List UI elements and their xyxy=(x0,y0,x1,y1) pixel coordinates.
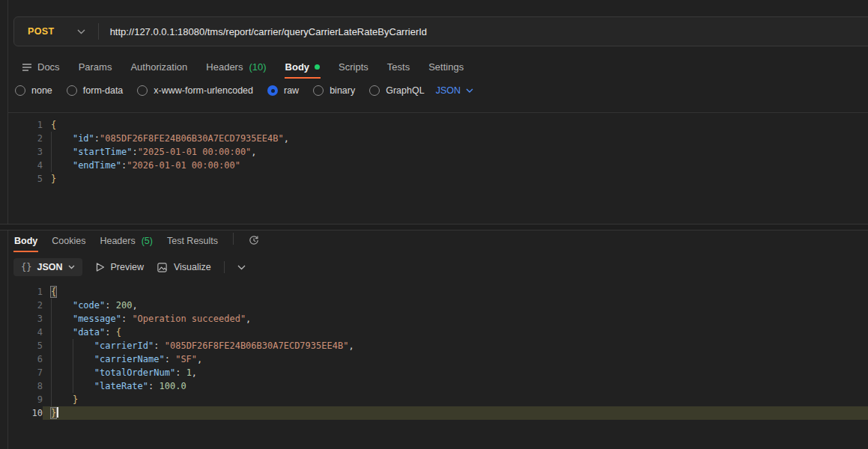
radio-none[interactable]: none xyxy=(15,85,52,96)
response-toolbar: {} JSON Preview Visualize xyxy=(13,258,246,276)
line-number: 3 xyxy=(8,145,43,159)
tab-label: Authorization xyxy=(130,61,187,73)
code-line: 5 "carrierId": "085DF26F8FE24B06B30A7ECD… xyxy=(8,339,868,352)
api-client-window: POST http://127.0.0.1:18080/tms/report/c… xyxy=(0,0,868,449)
tab-label: Params xyxy=(79,61,112,73)
radio-icon xyxy=(67,85,77,96)
radio-label: x-www-form-urlencoded xyxy=(154,85,253,96)
text-cursor xyxy=(57,407,58,418)
tab-label: Settings xyxy=(428,61,464,73)
code-line: 9 } xyxy=(8,393,868,406)
url-input[interactable]: http://127.0.0.1:18080/tms/report/carrie… xyxy=(110,26,427,37)
radio-icon xyxy=(369,85,380,96)
code-line: 1{ xyxy=(8,118,868,132)
tab-response-body[interactable]: Body xyxy=(13,233,38,252)
radio-icon xyxy=(137,85,148,96)
tab-authorization[interactable]: Authorization xyxy=(130,58,188,79)
tab-cookies[interactable]: Cookies xyxy=(51,233,86,252)
image-icon xyxy=(157,262,168,273)
response-body-editor[interactable]: 1{2 "code": 200,3 "message": "Operation … xyxy=(8,281,868,449)
raw-language-dropdown[interactable]: JSON xyxy=(436,85,473,96)
language-label: JSON xyxy=(436,85,461,96)
history-clock-icon xyxy=(248,234,260,246)
line-number: 4 xyxy=(8,159,43,172)
tab-label: Headers xyxy=(100,236,135,246)
response-tabs: Body Cookies Headers(5) Test Results xyxy=(13,230,260,252)
chevron-down-icon[interactable] xyxy=(77,29,85,34)
body-type-selector: none form-data x-www-form-urlencoded raw… xyxy=(15,85,473,96)
radio-icon xyxy=(15,85,25,96)
line-number: 2 xyxy=(8,132,43,145)
line-number: 5 xyxy=(8,339,43,352)
tab-label: Test Results xyxy=(167,236,218,246)
radio-graphql[interactable]: GraphQL xyxy=(369,85,424,96)
line-number: 4 xyxy=(8,326,43,339)
preview-label: Preview xyxy=(111,262,144,272)
line-number: 10 xyxy=(8,406,43,420)
tab-headers[interactable]: Headers(10) xyxy=(205,58,267,79)
radio-label: binary xyxy=(330,85,355,96)
chevron-down-icon xyxy=(68,265,75,269)
radio-icon xyxy=(313,85,324,96)
code-line: 5} xyxy=(8,172,868,186)
code-line: 1{ xyxy=(8,285,868,299)
history-button[interactable] xyxy=(248,234,260,252)
tab-tests[interactable]: Tests xyxy=(386,58,410,79)
line-number: 7 xyxy=(8,366,43,379)
radio-label: GraphQL xyxy=(386,85,424,96)
format-label: JSON xyxy=(37,262,62,272)
request-url-bar: POST http://127.0.0.1:18080/tms/report/c… xyxy=(13,16,868,46)
code-line: 3 "startTime":"2025-01-01 00:00:00", xyxy=(8,145,868,159)
line-number: 2 xyxy=(8,299,43,312)
code-line: 8 "lateRate": 100.0 xyxy=(8,379,868,393)
docs-list-icon xyxy=(22,63,32,72)
preview-button[interactable]: Preview xyxy=(95,262,144,272)
braces-icon: {} xyxy=(21,262,31,272)
code-line: 2 "id":"085DF26F8FE24B06B30A7ECD7935EE4B… xyxy=(8,132,868,145)
line-number: 9 xyxy=(8,393,43,406)
tab-label: Cookies xyxy=(52,236,85,246)
visualize-label: Visualize xyxy=(174,262,211,272)
response-format-dropdown[interactable]: {} JSON xyxy=(13,258,82,276)
tab-label: Tests xyxy=(387,61,410,73)
chevron-down-icon xyxy=(237,265,246,270)
panel-resize-handle[interactable] xyxy=(0,224,868,230)
tab-label: Scripts xyxy=(339,61,368,73)
method-selector[interactable]: POST xyxy=(14,26,55,37)
radio-raw[interactable]: raw xyxy=(267,85,299,96)
radio-x-www-form-urlencoded[interactable]: x-www-form-urlencoded xyxy=(137,85,253,96)
radio-form-data[interactable]: form-data xyxy=(67,85,124,96)
tab-label: Headers xyxy=(206,61,243,73)
radio-selected-icon xyxy=(267,85,278,96)
tab-settings[interactable]: Settings xyxy=(428,58,464,79)
line-number: 5 xyxy=(8,172,43,186)
tab-scripts[interactable]: Scripts xyxy=(338,58,369,79)
tab-docs[interactable]: Docs xyxy=(21,58,61,79)
tab-body[interactable]: Body xyxy=(285,58,321,79)
code-line: 2 "code": 200, xyxy=(8,299,868,312)
more-options-button[interactable] xyxy=(237,265,246,270)
tab-params[interactable]: Params xyxy=(78,58,113,79)
body-modified-dot xyxy=(315,64,320,70)
tab-label: Body xyxy=(14,236,37,246)
tab-test-results[interactable]: Test Results xyxy=(166,233,219,252)
code-line: 4 "endTime":"2026-01-01 00:00:00" xyxy=(8,159,868,172)
line-number: 6 xyxy=(8,352,43,366)
visualize-button[interactable]: Visualize xyxy=(157,262,211,273)
tab-response-headers[interactable]: Headers(5) xyxy=(99,233,154,252)
code-line: 7 "totalOrderNum": 1, xyxy=(8,366,868,379)
radio-label: raw xyxy=(284,85,299,96)
chevron-down-icon xyxy=(466,88,473,93)
toolbar-divider xyxy=(224,261,225,273)
request-tabs: Docs Params Authorization Headers(10) Bo… xyxy=(21,58,464,79)
radio-label: none xyxy=(31,85,52,96)
line-number: 1 xyxy=(8,118,43,132)
tab-label: Docs xyxy=(37,61,60,73)
response-tabs-divider xyxy=(233,233,234,245)
headers-count-badge: (10) xyxy=(249,61,266,73)
line-number: 8 xyxy=(8,379,43,393)
request-body-editor[interactable]: 1{2 "id":"085DF26F8FE24B06B30A7ECD7935EE… xyxy=(8,112,868,230)
radio-binary[interactable]: binary xyxy=(313,85,355,96)
code-line: 3 "message": "Operation succeeded", xyxy=(8,312,868,326)
play-icon xyxy=(95,262,105,272)
